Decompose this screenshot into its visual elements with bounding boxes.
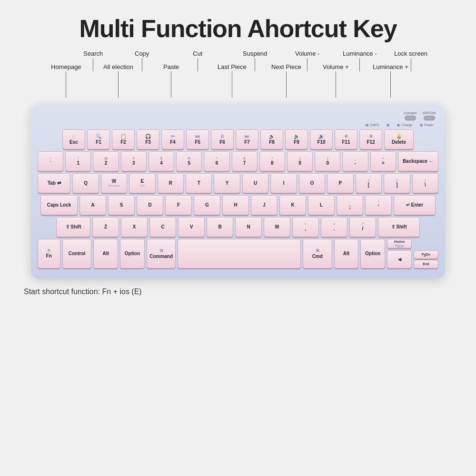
key-option-left[interactable]: Option [120, 239, 145, 268]
key-u[interactable]: U [242, 173, 268, 193]
function-row: ⌂ Esc 🔍 F1 📋 F2 🎧 F3 ✂ F4 [38, 129, 438, 149]
key-k[interactable]: K [279, 195, 306, 215]
key-lbracket[interactable]: { [ [356, 173, 382, 193]
label-all-election: All election [103, 63, 133, 98]
number-row: ~ ` ! 1 @ 2 # 3 $ 4 [38, 151, 438, 171]
key-x[interactable]: X [121, 217, 148, 237]
caps-label: CAPS [370, 123, 379, 127]
label-copy: Copy [135, 50, 149, 71]
key-f3[interactable]: 🎧 F3 [137, 129, 159, 149]
key-5[interactable]: % 5 [176, 151, 202, 171]
caps-indicator: CAPS [366, 123, 379, 127]
key-backslash[interactable]: | \ [412, 173, 438, 193]
key-f1[interactable]: 🔍 F1 [87, 129, 110, 149]
key-w[interactable]: W Windows [101, 173, 127, 193]
key-capslock[interactable]: Caps Lock [40, 195, 78, 215]
key-backtick[interactable]: ~ ` [38, 151, 63, 171]
key-command-left[interactable]: ✲ Command [147, 239, 176, 268]
key-7[interactable]: & 7 [232, 151, 258, 171]
key-f9[interactable]: 🔉 F9 [285, 129, 308, 149]
key-quote[interactable]: " ' [365, 195, 392, 215]
key-j[interactable]: J [251, 195, 278, 215]
key-shift-left[interactable]: ⇧ Shift [56, 217, 90, 237]
page-title: Multi Function Ahortcut Key [79, 14, 397, 43]
key-8[interactable]: * 8 [259, 151, 285, 171]
key-f5[interactable]: ⏮ F5 [186, 129, 209, 149]
key-fn[interactable]: ☕ Fn [38, 239, 60, 268]
key-o[interactable]: O [299, 173, 325, 193]
key-minus[interactable]: _ - [342, 151, 368, 171]
key-9[interactable]: ( 9 [287, 151, 313, 171]
key-y[interactable]: Y [214, 173, 240, 193]
key-shift-right[interactable]: ⇧ Shift [378, 217, 420, 237]
key-f8[interactable]: 🔈 F8 [260, 129, 283, 149]
key-end[interactable]: End [414, 260, 438, 268]
key-semicolon[interactable]: : ; [337, 195, 363, 215]
connect-label: Connect [404, 111, 416, 115]
caps-led [366, 124, 368, 127]
key-pgdn[interactable]: PgDn [414, 250, 438, 259]
label-homepage: Homepage [51, 63, 81, 98]
key-v[interactable]: V [178, 217, 205, 237]
key-2[interactable]: @ 2 [93, 151, 119, 171]
key-a[interactable]: A [79, 195, 106, 215]
key-1[interactable]: ! 1 [65, 151, 91, 171]
keyboard-wrapper: Connect OFF/ON CAPS Charge [31, 105, 445, 279]
key-0[interactable]: ) 0 [315, 151, 340, 171]
connect-toggle[interactable] [405, 116, 416, 120]
key-home[interactable]: Home PgUp [387, 239, 412, 248]
key-tab[interactable]: Tab ⇄ [38, 173, 70, 193]
key-space[interactable] [178, 239, 300, 268]
key-l[interactable]: L [308, 195, 335, 215]
key-n[interactable]: N [235, 217, 262, 237]
label-search: Search [83, 50, 103, 71]
key-d[interactable]: D [137, 195, 163, 215]
key-command-right[interactable]: ✲ Cmd [303, 239, 332, 268]
key-c[interactable]: C [149, 217, 176, 237]
key-b[interactable]: B [207, 217, 233, 237]
key-i[interactable]: I [270, 173, 297, 193]
annotation-area: Search Copy Cut Suspend Volume - Luminan… [31, 50, 445, 105]
key-delete[interactable]: 🔒 Delete [384, 129, 414, 149]
key-g[interactable]: G [194, 195, 220, 215]
key-backspace[interactable]: Backspace ← [398, 151, 438, 171]
key-m[interactable]: M [264, 217, 290, 237]
onoff-label: OFF/ON [423, 111, 436, 115]
key-q[interactable]: Q [72, 173, 99, 193]
key-alt-right[interactable]: Alt [334, 239, 359, 268]
key-f2[interactable]: 📋 F2 [112, 129, 135, 149]
key-slash[interactable]: ? / [349, 217, 376, 237]
key-s[interactable]: S [108, 195, 135, 215]
key-rbracket[interactable]: } ] [384, 173, 410, 193]
label-luminance-plus: Luminance + [373, 63, 408, 98]
key-6[interactable]: ^ 6 [204, 151, 229, 171]
key-z[interactable]: Z [92, 217, 119, 237]
onoff-toggle[interactable] [424, 116, 435, 120]
key-p[interactable]: P [327, 173, 353, 193]
key-comma[interactable]: < , [292, 217, 319, 237]
key-enter[interactable]: ↵ Enter [394, 195, 436, 215]
key-left-arrow[interactable]: ◀ [387, 250, 412, 268]
key-f12[interactable]: ☀ F12 [359, 129, 382, 149]
key-r[interactable]: R [158, 173, 184, 193]
power-indicator: Power [420, 123, 434, 127]
key-h[interactable]: H [222, 195, 249, 215]
key-option-right[interactable]: Option [360, 239, 385, 268]
key-f11[interactable]: ✳ F11 [335, 129, 357, 149]
power-led [420, 124, 423, 127]
key-3[interactable]: # 3 [121, 151, 147, 171]
key-alt-left[interactable]: Alt [93, 239, 118, 268]
key-equals[interactable]: + = [370, 151, 396, 171]
key-f[interactable]: F [165, 195, 192, 215]
key-f4[interactable]: ✂ F4 [161, 129, 184, 149]
key-t[interactable]: T [186, 173, 212, 193]
key-f10[interactable]: 🔊 F10 [310, 129, 333, 149]
key-f6[interactable]: ⏸ F6 [211, 129, 234, 149]
keyboard-body: Connect OFF/ON CAPS Charge [31, 105, 445, 279]
key-esc[interactable]: ⌂ Esc [62, 129, 85, 149]
key-e[interactable]: E iOS [129, 173, 155, 193]
key-period[interactable]: > . [321, 217, 347, 237]
key-f7[interactable]: ⏭ F7 [236, 129, 258, 149]
key-4[interactable]: $ 4 [149, 151, 174, 171]
key-control[interactable]: Control [62, 239, 92, 268]
